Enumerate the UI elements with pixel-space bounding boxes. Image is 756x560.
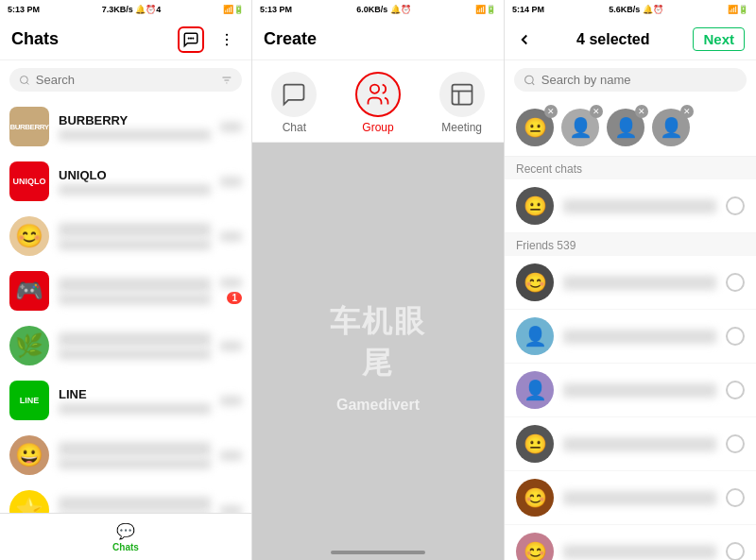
chats-title: Chats xyxy=(11,29,59,49)
chat-meta: xx:xx xyxy=(220,122,242,132)
friend-search-icon xyxy=(524,74,536,87)
friend-radio[interactable] xyxy=(726,542,745,560)
middle-status-bar: 5:13 PM 6.0KB/s 🔔⏰ 📶🔋 xyxy=(252,0,504,19)
tab-chat[interactable]: Chat xyxy=(271,72,317,134)
chat-item[interactable]: 🌿 xxxxxxxxx xxxxxxxxxx xx:xx xyxy=(0,318,251,373)
friend-search-input[interactable] xyxy=(541,73,737,87)
right-status-bar: 5:14 PM 5.6KB/s 🔔⏰ 📶🔋 xyxy=(505,0,756,19)
left-panel: 5:13 PM 7.3KB/s 🔔⏰4 📶🔋 Chats xyxy=(0,0,252,560)
friend-name: xxxxxxxxxx xyxy=(563,276,716,290)
friend-radio[interactable] xyxy=(726,273,745,292)
selected-avatar-1[interactable]: 😐 ✕ xyxy=(516,109,554,146)
chat-item[interactable]: 😀 xxxxxxxxx xxxxxxxxxx xx:xx xyxy=(0,428,251,483)
chat-info: xxxxxxxxx xxxxxxxxxx xyxy=(59,497,211,514)
friend-name: xxxxxxxxxx xyxy=(563,491,716,505)
more-icon[interactable] xyxy=(214,26,240,53)
group-tab-icon xyxy=(365,81,391,108)
friend-radio[interactable] xyxy=(726,488,745,507)
friend-search-bar[interactable] xyxy=(514,68,747,92)
middle-signal: 📶🔋 xyxy=(475,5,496,14)
friend-item[interactable]: 😊 xxxxxxxxxx xyxy=(505,471,756,525)
friend-item[interactable]: 👤 xxxxxxxxxx xyxy=(505,364,756,417)
watermark: 车机眼尾 xyxy=(316,301,441,384)
friend-item[interactable]: 😊 xxxxxxxxxx xyxy=(505,525,756,560)
section-friends: Friends 539 xyxy=(505,233,756,256)
chat-item[interactable]: BURBERRY BURBERRY xxxxxxxxxxxxxxxxx xx:x… xyxy=(0,99,251,154)
search-input[interactable] xyxy=(36,73,215,87)
filter-icon xyxy=(221,74,232,87)
selected-avatar-4[interactable]: 👤 ✕ xyxy=(652,109,690,146)
svg-rect-12 xyxy=(452,85,472,105)
friend-radio[interactable] xyxy=(726,196,745,215)
chat-item[interactable]: 😊 xxxxxxxxx xxxxxxxxxx xx:xx xyxy=(0,209,251,263)
chat-info: xxxxxxxxx xxxxxxxxxx xyxy=(59,332,211,360)
tab-meeting[interactable]: Meeting xyxy=(439,72,485,134)
gamedivert-watermark: Gamedivert xyxy=(252,397,504,414)
friend-name: xxxxxxxxxx xyxy=(563,383,716,398)
back-button[interactable] xyxy=(516,31,533,48)
back-icon xyxy=(516,31,533,48)
search-icon xyxy=(19,74,30,87)
friend-name: xxxxxxxxxx xyxy=(563,330,716,344)
group-tab-icon-wrap xyxy=(355,72,401,117)
chat-msg: xxxxxxxxxx xyxy=(59,513,211,514)
chat-meta: xx:xx xyxy=(220,505,242,514)
friend-radio[interactable] xyxy=(726,434,745,453)
meeting-tab-label: Meeting xyxy=(441,121,482,134)
sel-close-btn[interactable]: ✕ xyxy=(680,105,694,118)
chat-tab-label: Chat xyxy=(283,121,306,134)
chat-name: xxxxxxxxx xyxy=(59,223,211,237)
create-title: Create xyxy=(264,29,317,49)
friend-item[interactable]: 😐 xxxxxxxxxx xyxy=(505,417,756,471)
avatar: 🌿 xyxy=(9,326,49,365)
compose-icon[interactable] xyxy=(178,26,204,53)
chat-tab-icon xyxy=(281,81,307,108)
search-bar[interactable] xyxy=(9,68,242,92)
nav-chats[interactable]: 💬 Chats xyxy=(112,522,139,552)
tab-group[interactable]: Group xyxy=(355,72,401,134)
chat-meta: xx:xx xyxy=(220,341,242,351)
avatar: UNIQLO xyxy=(9,161,49,201)
svg-point-15 xyxy=(525,76,534,84)
chats-nav-icon: 💬 xyxy=(116,522,135,540)
sel-close-btn[interactable]: ✕ xyxy=(544,105,558,118)
chat-time: xx:xx xyxy=(220,450,242,461)
chat-meta: xx:xx xyxy=(220,231,242,242)
chat-info: xxxxxxxxx xxxxxxxxxx xyxy=(59,442,211,469)
middle-panel: 5:13 PM 6.0KB/s 🔔⏰ 📶🔋 Create Chat xyxy=(252,0,505,560)
friend-avatar: 😊 xyxy=(516,263,554,301)
chat-meta: xx:xx xyxy=(220,396,242,406)
chat-time: xx:xx xyxy=(220,341,242,351)
svg-line-7 xyxy=(26,82,28,84)
chat-name: xxxxxxxxx xyxy=(59,332,211,347)
svg-point-6 xyxy=(20,76,27,83)
sel-close-btn[interactable]: ✕ xyxy=(635,105,648,118)
chat-name: BURBERRY xyxy=(59,113,211,127)
chats-nav-label: Chats xyxy=(112,542,139,552)
middle-network: 6.0KB/s 🔔⏰ xyxy=(356,5,411,14)
selected-avatar-2[interactable]: 👤 ✕ xyxy=(561,109,599,146)
chat-msg: xxxxxxxxxx xyxy=(59,239,211,250)
chat-name: UNIQLO xyxy=(59,168,211,182)
friend-name: xxxxxxxxxx xyxy=(563,437,716,451)
chat-item[interactable]: 🎮 xxxxxxxxx xxxxxxxxxx xx:xx 1 xyxy=(0,263,251,318)
chat-msg: xxxxxxxxxxxxxxxxx xyxy=(59,129,211,141)
create-tabs: Chat Group Meetin xyxy=(252,60,504,143)
chat-item[interactable]: LINE LINE xxxxxxxxxx xx:xx xyxy=(0,373,251,428)
friend-radio[interactable] xyxy=(726,381,745,399)
friend-item[interactable]: 👤 xxxxxxxxxx xyxy=(505,310,756,364)
section-recent: Recent chats xyxy=(505,157,756,179)
sel-close-btn[interactable]: ✕ xyxy=(590,105,603,118)
friend-name: xxxxxxxxxx xyxy=(563,545,716,559)
left-signal: 📶🔋 xyxy=(223,5,244,14)
friend-item[interactable]: 😐 xxxxxxxxxx xyxy=(505,179,756,233)
chats-header: Chats xyxy=(0,19,251,60)
selected-avatar-3[interactable]: 👤 ✕ xyxy=(607,109,644,146)
chat-item[interactable]: UNIQLO UNIQLO xxxxxxxxxx xx:xx xyxy=(0,154,251,209)
friend-item[interactable]: 😊 xxxxxxxxxx xyxy=(505,256,756,310)
chat-info: xxxxxxxxx xxxxxxxxxx xyxy=(59,223,211,250)
chat-item[interactable]: ⭐ xxxxxxxxx xxxxxxxxxx xx:xx xyxy=(0,483,251,513)
chat-time: xx:xx xyxy=(220,122,242,132)
next-button[interactable]: Next xyxy=(693,27,745,51)
friend-radio[interactable] xyxy=(726,327,745,346)
